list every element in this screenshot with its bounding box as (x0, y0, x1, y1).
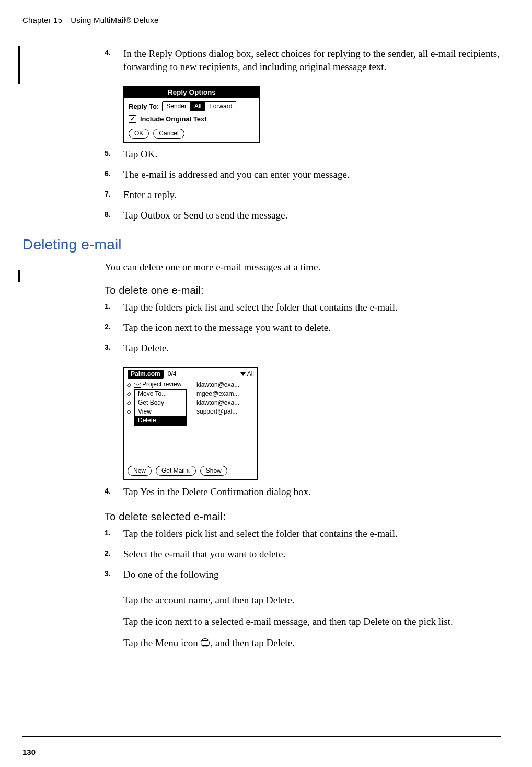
dialog-title: Reply Options (124, 87, 259, 98)
header-rule (22, 28, 501, 28)
step-number: 4 (105, 486, 111, 496)
chapter-label: Chapter 15 (22, 16, 62, 25)
envelope-icon[interactable] (134, 383, 141, 388)
sub-step-text: , and then tap Delete. (210, 637, 294, 648)
menu-item-get-body[interactable]: Get Body (135, 398, 186, 407)
unread-count: 0/4 (168, 370, 177, 377)
menu-icon (201, 638, 210, 647)
step-text: Tap Delete. (123, 342, 169, 353)
step-number: 3 (105, 342, 111, 352)
cancel-button[interactable]: Cancel (153, 129, 184, 139)
step-text: In the Reply Options dialog box, select … (123, 48, 500, 72)
step-text: Tap Yes in the Delete Confirmation dialo… (123, 486, 311, 497)
segment-forward[interactable]: Forward (205, 102, 236, 111)
message-from: klawton@exa... (196, 398, 239, 407)
step-text: Tap the folders pick list and select the… (123, 302, 398, 313)
step-item: 4 Tap Yes in the Delete Confirmation dia… (105, 485, 501, 498)
step-number: 7 (105, 189, 111, 199)
step-text: Enter a reply. (123, 189, 177, 200)
procedure-heading: To delete one e-mail: (105, 284, 501, 296)
ok-button[interactable]: OK (129, 129, 149, 139)
step-text: The e-mail is addressed and you can ente… (123, 169, 350, 180)
step-number: 8 (105, 210, 111, 219)
message-status-icon[interactable] (127, 410, 131, 414)
step-number: 1 (105, 528, 111, 537)
folder-picklist[interactable]: All (240, 370, 254, 377)
step-item: 3 Do one of the following (105, 568, 501, 581)
step-item: 5 Tap OK. (105, 147, 501, 161)
context-menu: Move To... Get Body View Delete (134, 389, 187, 426)
step-item: 2 Select the e-mail that you want to del… (105, 547, 501, 560)
step-text: Tap the folders pick list and select the… (123, 528, 398, 539)
account-name-button[interactable]: Palm.com (128, 370, 164, 379)
sub-step: Tap the account name, and then tap Delet… (123, 593, 501, 606)
get-mail-label: Get Mail (161, 467, 185, 474)
step-item: 8 Tap Outbox or Send to send the message… (105, 209, 501, 222)
message-from: klawton@exa... (196, 381, 239, 390)
step-item: 7 Enter a reply. (105, 188, 501, 201)
step-number: 3 (105, 569, 111, 578)
menu-item-move-to[interactable]: Move To... (135, 390, 186, 398)
folder-picklist-label: All (247, 370, 254, 377)
segment-sender[interactable]: Sender (163, 102, 191, 111)
sub-step: Tap the Menu icon , and then tap Delete. (123, 636, 501, 649)
section-intro: You can delete one or more e-mail messag… (105, 260, 501, 273)
step-number: 1 (105, 302, 111, 311)
step-item: 4 In the Reply Options dialog box, selec… (105, 47, 501, 73)
step-text: Tap the icon next to the message you wan… (123, 322, 331, 333)
chapter-title: Using MultiMail® Deluxe (71, 16, 158, 25)
sub-step-text: Tap the Menu icon (123, 637, 200, 648)
running-header: Chapter 15 Using MultiMail® Deluxe (22, 16, 501, 25)
menu-item-view[interactable]: View (135, 407, 186, 416)
new-button[interactable]: New (128, 466, 152, 476)
section-heading: Deleting e-mail (22, 236, 501, 253)
step-number: 2 (105, 322, 111, 331)
step-text: Tap OK. (123, 148, 157, 159)
step-number: 5 (105, 148, 111, 158)
change-bar (18, 270, 20, 282)
step-item: 6 The e-mail is addressed and you can en… (105, 168, 501, 181)
message-from: support@pal... (196, 407, 239, 416)
address-column: klawton@exa... mgee@exam... klawton@exa.… (196, 381, 239, 416)
reply-options-dialog: Reply Options Reply To: Sender All Forwa… (123, 86, 260, 143)
sub-step: Tap the icon next to a selected e-mail m… (123, 615, 501, 628)
step-item: 1 Tap the folders pick list and select t… (105, 527, 501, 540)
step-text: Select the e-mail that you want to delet… (123, 548, 285, 559)
chevron-down-icon (240, 372, 246, 376)
segment-all[interactable]: All (191, 102, 205, 111)
step-text: Do one of the following (123, 569, 219, 580)
show-button[interactable]: Show (200, 466, 227, 476)
get-mail-button[interactable]: Get Mail⇅ (156, 466, 196, 476)
step-number: 6 (105, 169, 111, 178)
step-item: 1 Tap the folders pick list and select t… (105, 301, 501, 314)
footer-rule (22, 736, 501, 737)
step-text: Tap Outbox or Send to send the message. (123, 210, 287, 221)
reply-to-segment[interactable]: Sender All Forward (162, 101, 236, 111)
step-item: 2 Tap the icon next to the message you w… (105, 321, 501, 334)
sync-arrows-icon: ⇅ (186, 469, 190, 473)
change-bar (18, 46, 20, 84)
mail-list-screenshot: Palm.com 0/4 All Project review (123, 367, 258, 480)
step-number: 4 (105, 48, 111, 58)
menu-item-delete[interactable]: Delete (135, 416, 186, 425)
include-original-checkbox[interactable]: ✓ (129, 115, 136, 123)
procedure-heading: To delete selected e-mail: (105, 511, 501, 523)
step-item: 3 Tap Delete. (105, 341, 501, 354)
reply-to-label: Reply To: (129, 102, 159, 110)
message-status-icon[interactable] (127, 392, 131, 396)
page-number: 130 (22, 748, 36, 757)
message-subject[interactable]: Project review (142, 381, 181, 388)
message-status-icon[interactable] (127, 383, 131, 387)
message-from: mgee@exam... (196, 390, 239, 398)
step-number: 2 (105, 548, 111, 558)
include-original-label: Include Original Text (140, 115, 207, 123)
message-status-icon[interactable] (127, 401, 131, 405)
